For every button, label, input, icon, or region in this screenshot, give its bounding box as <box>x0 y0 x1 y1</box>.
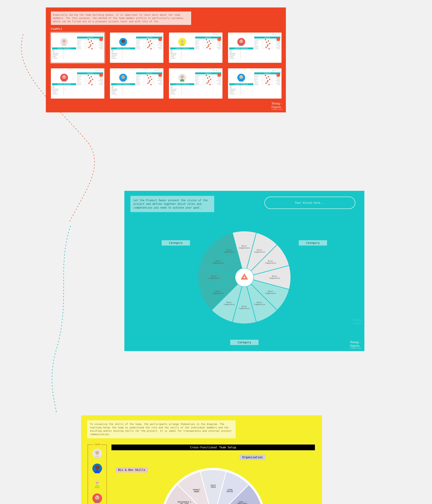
svg-text:Competence: Competence <box>209 277 220 279</box>
svg-text:Role/: Role/ <box>216 260 221 262</box>
svg-text:Competence: Competence <box>254 251 265 253</box>
svg-point-72 <box>98 497 98 498</box>
team-setup-wheel[interactable]: AGILECOACHSCRUMMASTERLEGAL /COMPLIANCEDO… <box>160 467 267 504</box>
svg-point-56 <box>235 268 254 287</box>
svg-point-21 <box>122 75 125 79</box>
svg-text:Role/: Role/ <box>226 249 232 251</box>
svg-point-67 <box>96 482 97 483</box>
svg-text:Competence: Competence <box>213 292 224 294</box>
card3-note: To visualize the skills of the team, the… <box>87 420 235 438</box>
avatar <box>177 73 187 82</box>
profile-card[interactable]: PERSONAL INFORMATIONName—Age—Superpower—… <box>169 33 223 63</box>
team-panel-title: TEAM <box>93 443 101 446</box>
svg-point-26 <box>181 77 182 77</box>
svg-point-23 <box>123 77 124 77</box>
svg-text:Competence: Competence <box>265 292 276 294</box>
svg-point-7 <box>123 41 124 42</box>
svg-point-2 <box>63 41 64 42</box>
avatar <box>59 37 69 47</box>
svg-point-68 <box>98 482 98 483</box>
svg-point-70 <box>95 495 99 500</box>
svg-point-71 <box>96 497 97 498</box>
brand-logo: Young▽ Digitals consulting & coaching <box>272 101 282 110</box>
svg-text:Role/: Role/ <box>216 290 221 292</box>
profile-card[interactable]: PERSONAL INFORMATIONName—Age—Superpower—… <box>51 33 104 63</box>
team-avatar[interactable] <box>91 492 103 504</box>
svg-point-29 <box>240 75 243 79</box>
svg-text:COMPLIANCE: COMPLIANCE <box>237 503 247 504</box>
avatar <box>59 73 69 82</box>
svg-text:PRODUCT: PRODUCT <box>193 489 200 491</box>
profile-card[interactable]: PERSONAL INFORMATIONName—Age—Superpower—… <box>51 68 104 99</box>
svg-text:Role/: Role/ <box>268 290 273 292</box>
svg-text:MAINTANANCE &: MAINTANANCE & <box>178 501 191 503</box>
svg-text:MASTER: MASTER <box>227 491 233 493</box>
svg-point-11 <box>183 41 183 42</box>
svg-text:OPS TEAM: OPS TEAM <box>180 503 188 504</box>
category-label-left[interactable]: Category <box>162 240 190 245</box>
svg-point-17 <box>62 75 66 79</box>
card2-note: Let the Product Owner present the vision… <box>131 196 214 212</box>
badge-icon: ☆ <box>276 73 280 77</box>
brand-logo: Young▽ Digitals consulting & coaching <box>350 340 361 349</box>
team-panel: TEAM <box>88 445 107 504</box>
svg-text:Role/: Role/ <box>272 275 277 277</box>
svg-text:Role/: Role/ <box>211 275 217 277</box>
svg-text:COACH: COACH <box>211 486 216 488</box>
svg-point-10 <box>181 41 182 42</box>
profile-card[interactable]: PERSONAL INFORMATIONName—Age—Superpower—… <box>110 68 163 99</box>
team-avatar[interactable] <box>91 477 103 489</box>
title-bar: Cross-Functional Team Setup <box>112 445 315 450</box>
svg-point-64 <box>98 467 98 468</box>
svg-text:AGILE: AGILE <box>211 484 216 486</box>
badge-icon: ☆ <box>99 73 103 77</box>
card-team-profiles: Especially during the team building phas… <box>46 8 286 112</box>
svg-point-19 <box>65 77 65 77</box>
profile-card[interactable]: PERSONAL INFORMATIONName—Age—Superpower—… <box>169 68 223 99</box>
card-roles-wheel: Let the Product Owner present the vision… <box>124 191 364 351</box>
svg-text:Competence: Competence <box>239 247 250 249</box>
svg-point-63 <box>96 467 97 468</box>
svg-point-22 <box>122 77 123 77</box>
category-label-right[interactable]: Category <box>299 240 327 245</box>
category-label-bottom[interactable]: Category <box>230 340 258 345</box>
avatar <box>236 73 246 82</box>
category-biz-dev[interactable]: Biz & Dev Skills <box>115 467 148 473</box>
svg-point-60 <box>98 452 98 453</box>
roles-wheel[interactable]: Role/CompetenceRole/CompetenceRole/Compe… <box>194 227 295 328</box>
svg-text:Competence: Competence <box>269 277 280 279</box>
badge-icon: ☆ <box>158 37 162 41</box>
vision-input[interactable]: Your Vision here... <box>264 197 355 209</box>
svg-point-3 <box>65 41 65 42</box>
badge-icon: ☆ <box>99 37 103 41</box>
svg-point-59 <box>96 452 97 453</box>
svg-point-25 <box>180 75 184 79</box>
vision-placeholder: Your Vision here... <box>295 201 325 204</box>
badge-icon: ☆ <box>276 37 280 41</box>
svg-point-9 <box>180 39 184 43</box>
team-avatar[interactable] <box>91 448 103 459</box>
avatar <box>118 73 128 82</box>
avatar <box>118 37 128 47</box>
card-cross-functional: To visualize the skills of the team, the… <box>81 415 322 504</box>
profile-card[interactable]: PERSONAL INFORMATIONName—Age—Superpower—… <box>228 33 282 63</box>
svg-point-5 <box>122 39 125 43</box>
profile-card[interactable]: PERSONAL INFORMATIONName—Age—Superpower—… <box>228 68 282 99</box>
svg-point-30 <box>240 77 241 77</box>
svg-text:Competence: Competence <box>224 251 235 253</box>
avatar <box>177 37 187 47</box>
profile-card[interactable]: PERSONAL INFORMATIONName—Age—Superpower—… <box>110 33 163 63</box>
avatar <box>236 37 246 47</box>
badge-icon: ☆ <box>217 73 221 77</box>
card1-note: Especially during the team building phas… <box>51 11 191 25</box>
svg-point-14 <box>240 41 241 42</box>
svg-point-6 <box>122 41 123 42</box>
category-organisation[interactable]: Organisation <box>240 455 265 460</box>
svg-text:Role/: Role/ <box>242 305 247 307</box>
svg-point-62 <box>95 466 99 470</box>
team-avatar[interactable] <box>91 462 103 475</box>
svg-text:Competence: Competence <box>224 303 235 305</box>
svg-text:Competence: Competence <box>213 262 224 264</box>
svg-text:Role/: Role/ <box>226 301 232 303</box>
svg-point-66 <box>95 480 99 485</box>
